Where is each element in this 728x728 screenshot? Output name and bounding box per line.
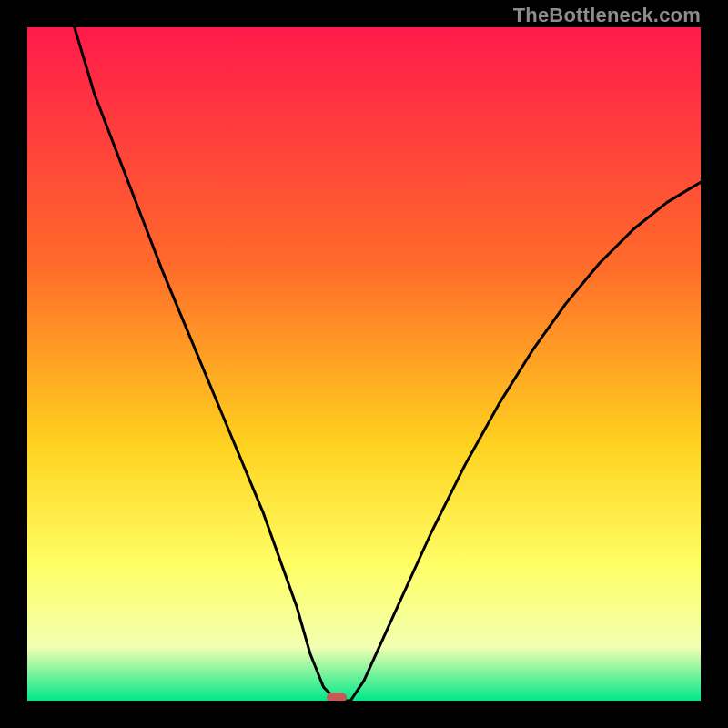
bottleneck-curve	[27, 27, 701, 701]
plot-area	[27, 27, 701, 701]
watermark-label: TheBottleneck.com	[513, 4, 701, 27]
min-marker	[327, 693, 347, 701]
chart-frame: TheBottleneck.com	[0, 0, 728, 728]
